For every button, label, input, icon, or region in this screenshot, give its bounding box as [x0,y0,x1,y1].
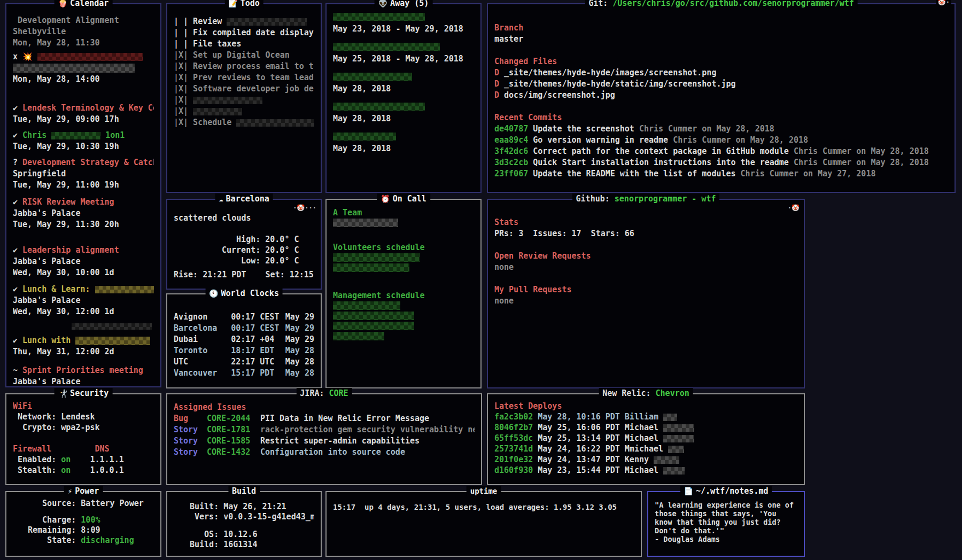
world-clocks-title: 🕙World Clocks [205,288,283,299]
away-entry: May 28, 2018 [333,133,474,154]
notes-title: 📄~/.wtf/notes.md [680,486,772,496]
clock-row: Avignon00:17 CESTMay 29 [174,312,314,323]
todo-item[interactable]: |X| [174,106,314,117]
clock-row: Toronto18:17 EDTMay 28 [174,345,314,356]
clown-face-icon: 🤡· [936,0,951,6]
popcorn-icon: 🍿 [58,0,67,7]
away-title: 👽Away (5) [375,0,433,9]
redacted-block [333,253,420,262]
commit-row: 3d3c2cb Quick Start installation instruc… [494,157,948,168]
clown-face-icon: ·🤡··· [293,204,316,212]
clock-icon: 🕙 [209,289,218,298]
git-panel[interactable]: Git: /Users/chris/go/src/github.com/seno… [487,3,956,193]
away-entry: May 28, 2018 [333,73,474,95]
alien-icon: 👽 [378,0,387,7]
changed-file: D _site/themes/hyde-hyde/static/img/scre… [494,79,948,90]
redacted-block [663,467,685,475]
uptime-panel[interactable]: uptime 15:17 up 4 days, 21:31, 5 users, … [325,491,642,557]
redacted-block [236,119,314,127]
deploy-row: 65ff53dc May 25, 13:14 PDT Michael [494,433,797,444]
github-title: Github: senorprogrammer - wtf [572,193,720,204]
power-title: ⚡Power [64,486,103,496]
redacted-block [333,133,396,141]
memo-icon: 📝 [228,0,237,7]
redacted-block [75,337,150,345]
on-call-title: ⏰On Call [377,193,430,204]
redacted-block [333,301,400,310]
jira-issue[interactable]: StoryCORE-1432Configuration into source … [174,447,475,458]
todo-item[interactable]: |X| Software developer job desc [174,83,314,95]
calendar-event: Development Alignment Shelbyville Mon, M… [13,15,154,49]
todo-item[interactable]: | | File taxes [174,38,314,50]
deploy-row: fa2c3b02 May 28, 10:16 PDT Billiam [494,411,797,422]
page-icon: 📄 [684,487,693,495]
github-panel[interactable]: Github: senorprogrammer - wtf ·🤡 Stats P… [487,199,805,388]
redacted-block [51,132,100,139]
security-panel[interactable]: 🤺Security WiFi Network: Lendesk Crypto: … [5,393,161,485]
todo-item[interactable]: |X| Schedule [174,117,314,128]
redacted-block [333,13,425,21]
jira-issue[interactable]: BugCORE-2044PII Data in New Relic Error … [174,413,475,424]
notes-attribution: - Douglas Adams [655,535,797,543]
notes-quote: "A learning experience is one of those t… [655,501,797,535]
todo-item[interactable]: |X| Review process email to team [174,61,314,72]
redacted-block [333,312,414,320]
uptime-title: uptime [467,486,501,496]
commit-row: eaa89c4 Go version warning in readme Chr… [494,135,948,146]
calendar-event: ✔ RISK Review Meeting Jabba's Palace Tue… [13,197,154,230]
away-entry: May 25, 2018 - May 28, 2018 [333,43,474,65]
todo-item[interactable]: |X| [174,95,314,106]
on-call-panel[interactable]: ⏰On Call A Team Volunteers schedule Mana… [325,199,482,388]
calendar-event: ✔ Leadership alignment Jabba's Palace We… [13,245,154,278]
deploy-row: 201f0e32 May 24, 13:47 PDT Kenny [494,454,797,465]
build-panel[interactable]: Build Built: May 26, 21:21 Vers: v0.0.3-… [166,491,322,557]
alarm-clock-icon: ⏰ [381,195,390,203]
redacted-block [333,322,414,330]
redacted-block [333,73,412,81]
redacted-block [333,332,384,340]
clock-row: Vancouver15:17 PDTMay 28 [174,368,314,379]
redacted-block [663,424,694,432]
jira-issue[interactable]: StoryCORE-1781rack-protection gem securi… [174,424,475,435]
redacted-block [72,323,152,330]
todo-item[interactable]: |X| Prev reviews to team leads [174,72,314,83]
fencer-icon: 🤺 [58,389,67,398]
jira-issue[interactable]: StoryCORE-1585Restrict super-admin capab… [174,435,475,447]
weather-title: ☁Barcelona [215,193,273,204]
calendar-event: ✔ Lunch & Learn: Jabba's Palace Wed, May… [13,284,154,317]
clock-row: UTC22:17 UTCMay 28 [174,356,314,368]
world-clocks-panel[interactable]: 🕙World Clocks Avignon00:17 CESTMay 29 Ba… [166,293,322,388]
lightning-icon: ⚡ [68,487,72,495]
redacted-block [333,43,440,51]
redacted-block [333,263,409,272]
jira-title: JIRA: CORE [296,388,352,399]
calendar-event: ~ Sprint Priorities meeting Jabba's Pala… [13,365,154,387]
git-title: Git: /Users/chris/go/src/github.com/seno… [585,0,858,9]
away-panel[interactable]: 👽Away (5) May 23, 2018 - May 29, 2018 Ma… [325,3,482,193]
clown-face-icon: ·🤡 [788,204,800,212]
calendar-panel[interactable]: 🍿Calendar Development Alignment Shelbyvi… [5,3,161,387]
redacted-block [227,18,307,26]
calendar-event: ✔ Chris 1on1 Tue, May 29, 10:30 19h [13,130,154,152]
deploy-row: d160f930 May 23, 15:44 PDT Michael [494,465,797,476]
todo-panel[interactable]: 📝Todo | | Review | | Fix compiled date d… [166,3,322,193]
todo-item[interactable]: |X| Set up Digital Ocean [174,50,314,61]
jira-panel[interactable]: JIRA: CORE Assigned Issues BugCORE-2044P… [166,393,482,485]
todo-item[interactable]: | | Review [174,16,314,27]
away-entry: May 28, 2018 [333,103,474,125]
calendar-event: ✔ Lunch with Thu, May 31, 12:00 2d [13,335,154,357]
calendar-event: x 💥 Mon, May 28, 14:00 [13,51,154,85]
notes-panel[interactable]: 📄~/.wtf/notes.md "A learning experience … [647,491,805,557]
build-title: Build [228,486,260,496]
commit-row: de40787 Update the screenshot Chris Cumm… [494,123,948,135]
redacted-block [37,53,143,61]
deploy-row: 2573741d May 24, 16:22 PDT Mmichael [494,444,797,454]
changed-file: D _site/themes/hyde-hyde/images/screensh… [494,67,948,79]
away-entry: May 23, 2018 - May 29, 2018 [333,13,474,35]
redacted-block [663,435,694,442]
new-relic-panel[interactable]: New Relic: Chevron Latest Deploys fa2c3b… [487,393,805,485]
power-panel[interactable]: ⚡Power Source: Battery Power Charge: 100… [5,491,161,557]
todo-item[interactable]: | | Fix compiled date display bug [174,27,314,38]
weather-panel[interactable]: ☁Barcelona ·🤡··· scattered clouds High: … [166,199,322,290]
clock-row: Barcelona00:17 CESTMay 29 [174,323,314,334]
